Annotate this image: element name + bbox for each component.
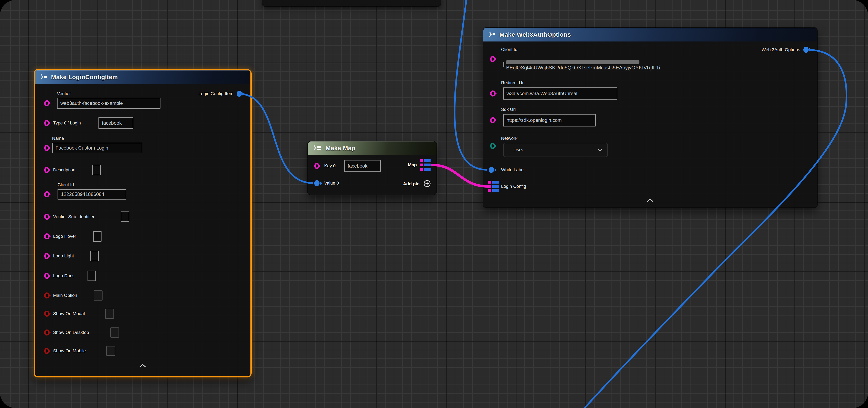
pin-label: Show On Mobile bbox=[53, 348, 86, 353]
pin-description-input[interactable] bbox=[44, 167, 50, 173]
pin-logo-hover-input[interactable] bbox=[44, 233, 50, 239]
network-dropdown[interactable]: CYAN bbox=[503, 143, 608, 157]
pin-label: Type Of Login bbox=[53, 121, 81, 126]
offscreen-node-partial[interactable] bbox=[262, 0, 441, 6]
pin-label: Description bbox=[53, 167, 75, 173]
make-map-icon bbox=[312, 144, 322, 152]
pin-network-input[interactable] bbox=[490, 143, 495, 149]
node-body: Make LoginConfigItem Login Config Item V… bbox=[35, 70, 250, 376]
pin-show-on-modal-input[interactable] bbox=[44, 311, 50, 317]
node-make-web3authoptions[interactable]: Make Web3AuthOptions Web 3Auth Options C… bbox=[483, 28, 817, 207]
chevron-up-icon[interactable] bbox=[138, 364, 147, 369]
main-option-checkbox[interactable] bbox=[94, 291, 102, 301]
verifier-sub-identifier-field[interactable] bbox=[121, 211, 129, 222]
field-label: Client Id bbox=[501, 47, 518, 52]
key-0-field[interactable]: facebook bbox=[344, 160, 381, 172]
network-selected-value: CYAN bbox=[513, 148, 523, 152]
type-of-login-field[interactable]: facebook bbox=[98, 117, 133, 129]
description-field[interactable] bbox=[92, 165, 101, 175]
chevron-down-icon bbox=[597, 148, 603, 151]
pin-label: Show On Desktop bbox=[53, 330, 89, 335]
pin-web3auth-options-output[interactable] bbox=[803, 47, 809, 53]
pin-label: Key 0 bbox=[324, 163, 336, 169]
pin-map-output map-grid-icon[interactable] bbox=[420, 159, 431, 171]
pin-client-id-input[interactable] bbox=[490, 56, 495, 62]
chevron-up-icon[interactable] bbox=[646, 198, 654, 203]
make-struct-icon bbox=[39, 73, 48, 81]
pin-logo-dark-input[interactable] bbox=[44, 273, 50, 279]
node-title: Make Map bbox=[326, 145, 355, 151]
pin-show-on-desktop-input[interactable] bbox=[44, 330, 50, 336]
show-on-mobile-checkbox[interactable] bbox=[106, 346, 115, 356]
pin-white-label-input[interactable] bbox=[489, 167, 494, 173]
node-header[interactable]: Make LoginConfigItem bbox=[35, 70, 250, 84]
field-label: Name bbox=[52, 136, 64, 141]
node-body: Make Web3AuthOptions Web 3Auth Options C… bbox=[483, 28, 817, 207]
node-make-map[interactable]: Make Map Key 0 facebook Map Value 0 bbox=[308, 141, 436, 195]
pin-label: Show On Modal bbox=[53, 311, 85, 316]
pin-client-id-input[interactable] bbox=[44, 191, 50, 197]
pin-type-of-login-input[interactable] bbox=[44, 120, 50, 126]
client-id-field[interactable]: BEglQSgt4cUWcj6SKRdu5QkOXTsePmMcusG5EAoy… bbox=[503, 62, 504, 67]
output-pin-label: Web 3Auth Options bbox=[762, 47, 800, 53]
verifier-field[interactable]: web3auth-facebook-example bbox=[57, 98, 160, 109]
add-pin-label: Add pin bbox=[403, 181, 420, 186]
client-id-field[interactable]: 1222658941886084 bbox=[58, 189, 126, 200]
redirect-url-field[interactable]: w3a://com.w3a.Web3AuthUnreal bbox=[503, 88, 617, 100]
pin-login-config-input map-grid-icon[interactable] bbox=[488, 181, 499, 192]
pin-label: Logo Hover bbox=[53, 234, 76, 239]
field-label: Verifier bbox=[57, 91, 71, 96]
logo-light-field[interactable] bbox=[90, 251, 99, 261]
node-make-loginconfigitem[interactable]: Make LoginConfigItem Login Config Item V… bbox=[34, 69, 252, 377]
node-body: Make Map Key 0 facebook Map Value 0 bbox=[308, 141, 436, 195]
pin-key-0-input[interactable] bbox=[314, 163, 319, 169]
node-title: Make Web3AuthOptions bbox=[499, 31, 571, 38]
show-on-desktop-checkbox[interactable] bbox=[110, 328, 119, 338]
logo-dark-field[interactable] bbox=[88, 271, 96, 281]
field-label: Network bbox=[501, 136, 518, 141]
name-field[interactable]: Facebook Custom Login bbox=[52, 143, 142, 153]
pin-label: Verifier Sub Identifier bbox=[53, 214, 94, 219]
make-struct-icon bbox=[487, 31, 496, 38]
node-title: Make LoginConfigItem bbox=[51, 74, 118, 80]
pin-label: Logo Light bbox=[53, 253, 74, 259]
wire-top-to-white-label[interactable] bbox=[455, 0, 487, 170]
pin-label: Value 0 bbox=[324, 180, 339, 186]
field-label: Client Id bbox=[58, 182, 74, 188]
pin-show-on-mobile-input[interactable] bbox=[44, 348, 50, 354]
pin-verifier-sub-identifier-input[interactable] bbox=[44, 214, 50, 220]
pin-name-input[interactable] bbox=[44, 145, 50, 151]
pin-login-config-item-output[interactable] bbox=[237, 91, 242, 97]
pin-label: White Label bbox=[501, 167, 525, 172]
pin-label: Login Config bbox=[501, 184, 526, 189]
pin-label: Logo Dark bbox=[53, 273, 74, 278]
pin-logo-light-input[interactable] bbox=[44, 253, 50, 259]
field-label: Redirect Url bbox=[501, 80, 525, 86]
pin-main-option-input[interactable] bbox=[44, 293, 50, 299]
circle-plus-icon[interactable] bbox=[423, 180, 431, 188]
pin-redirect-url-input[interactable] bbox=[490, 91, 495, 97]
pin-value-0-input[interactable] bbox=[314, 180, 319, 186]
sdk-url-field[interactable]: https://sdk.openlogin.com bbox=[503, 114, 596, 127]
node-header[interactable]: Make Map bbox=[308, 141, 436, 155]
blueprint-graph-canvas[interactable]: Make LoginConfigItem Login Config Item V… bbox=[0, 0, 868, 408]
logo-hover-field[interactable] bbox=[93, 231, 101, 242]
pin-verifier-input[interactable] bbox=[44, 100, 50, 106]
show-on-modal-checkbox[interactable] bbox=[105, 309, 114, 319]
pin-sdk-url-input[interactable] bbox=[490, 117, 495, 123]
output-pin-label: Login Config Item bbox=[198, 91, 234, 96]
output-pin-label: Map bbox=[408, 162, 417, 168]
wire-map-to-login-config[interactable] bbox=[431, 165, 489, 186]
pin-label: Main Option bbox=[53, 293, 77, 298]
node-header[interactable]: Make Web3AuthOptions bbox=[483, 28, 817, 41]
field-label: Sdk Url bbox=[501, 107, 516, 112]
